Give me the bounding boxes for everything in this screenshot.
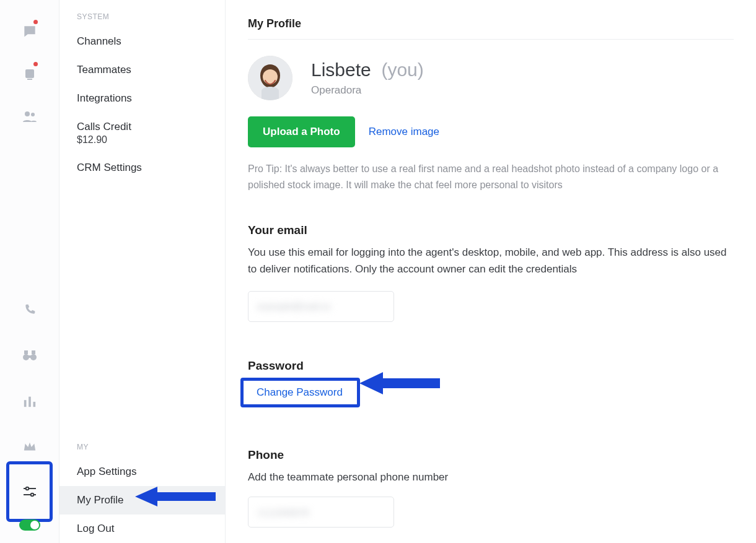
contact-icon — [22, 67, 37, 82]
upload-photo-button[interactable]: Upload a Photo — [248, 116, 355, 147]
svg-rect-11 — [33, 402, 35, 407]
sidebar: SYSTEM Channels Teammates Integrations C… — [59, 0, 226, 543]
sidebar-item-crm-settings[interactable]: CRM Settings — [59, 154, 225, 182]
rail-crown[interactable] — [0, 424, 59, 470]
you-tag: (you) — [381, 59, 423, 80]
phone-section-desc: Add the teammate personal phone number — [248, 469, 734, 485]
crown-icon — [23, 441, 37, 453]
avatar[interactable] — [248, 56, 292, 100]
sidebar-group-system: SYSTEM — [59, 9, 225, 27]
profile-name-line: Lisbete (you) — [311, 59, 424, 80]
icon-rail — [0, 0, 59, 543]
rail-stats[interactable] — [0, 378, 59, 424]
rail-chat[interactable] — [0, 11, 59, 53]
binoculars-icon — [22, 349, 37, 362]
svg-rect-6 — [28, 355, 32, 358]
svg-rect-1 — [27, 79, 32, 80]
people-icon — [22, 110, 37, 123]
change-password-link[interactable]: Change Password — [248, 380, 351, 405]
remove-image-link[interactable]: Remove image — [369, 126, 439, 138]
profile-name: Lisbete — [311, 59, 371, 80]
svg-rect-9 — [24, 400, 26, 407]
email-field[interactable]: example@mail.xx — [248, 291, 394, 322]
notification-dot — [33, 62, 38, 66]
svg-rect-7 — [24, 350, 28, 354]
chat-icon — [22, 24, 38, 40]
email-section-title: Your email — [248, 224, 734, 237]
svg-point-17 — [263, 69, 278, 84]
stats-icon — [23, 395, 37, 407]
notification-dot — [33, 20, 38, 24]
sidebar-item-app-settings[interactable]: App Settings — [59, 458, 225, 486]
pro-tip: Pro Tip: It's always better to use a rea… — [248, 161, 734, 193]
sidebar-item-channels[interactable]: Channels — [59, 27, 225, 56]
rail-phone[interactable] — [0, 287, 59, 332]
page-title: My Profile — [248, 17, 734, 40]
phone-icon — [24, 303, 36, 316]
rail-binoculars[interactable] — [0, 332, 59, 378]
svg-rect-0 — [25, 69, 34, 78]
sidebar-item-integrations[interactable]: Integrations — [59, 84, 225, 113]
main-panel: My Profile Lisbete (you) Operadora — [226, 0, 756, 543]
sidebar-item-teammates[interactable]: Teammates — [59, 56, 225, 84]
rail-settings[interactable] — [0, 470, 59, 513]
settings-icon — [22, 485, 37, 498]
status-toggle[interactable] — [19, 519, 40, 531]
rail-people[interactable] — [0, 95, 59, 137]
svg-rect-10 — [29, 397, 31, 407]
svg-point-3 — [31, 113, 35, 116]
svg-point-15 — [30, 493, 33, 497]
phone-value: 1112345678 — [257, 507, 309, 518]
sidebar-item-my-profile[interactable]: My Profile — [59, 486, 225, 515]
sidebar-item-calls-credit[interactable]: Calls Credit $12.90 — [59, 113, 225, 154]
svg-rect-8 — [32, 350, 35, 354]
email-section-desc: You use this email for logging into the … — [248, 245, 734, 277]
profile-role: Operadora — [311, 84, 424, 97]
sidebar-item-log-out[interactable]: Log Out — [59, 515, 225, 543]
svg-point-2 — [25, 111, 30, 116]
sidebar-group-my: MY — [59, 439, 225, 458]
phone-field[interactable]: 1112345678 — [248, 497, 394, 528]
svg-point-13 — [25, 487, 29, 490]
phone-section-title: Phone — [248, 448, 734, 462]
password-section-title: Password — [248, 359, 734, 373]
rail-contact[interactable] — [0, 53, 59, 95]
email-value: example@mail.xx — [257, 301, 331, 311]
